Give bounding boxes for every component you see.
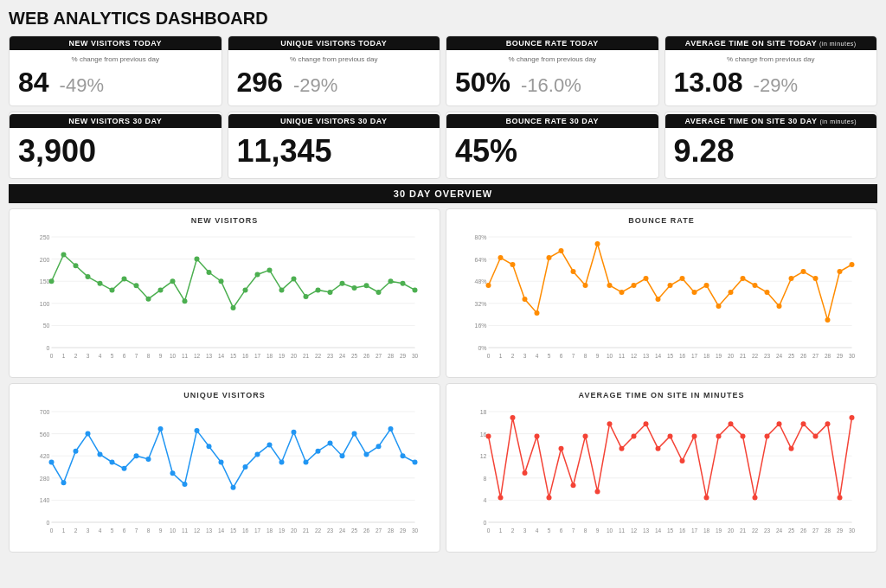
svg-point-240 <box>510 415 516 420</box>
svg-point-192 <box>401 453 406 458</box>
svg-point-118 <box>850 262 855 267</box>
svg-point-183 <box>292 430 297 435</box>
svg-text:0: 0 <box>487 353 491 359</box>
svg-point-167 <box>98 451 103 457</box>
svg-text:32%: 32% <box>474 301 486 307</box>
svg-text:2: 2 <box>511 353 515 359</box>
svg-point-173 <box>170 470 176 476</box>
bounce-rate-chart: BOUNCE RATE 0%16%32%48%64%80%01234567891… <box>446 208 877 378</box>
svg-text:14: 14 <box>218 353 225 359</box>
svg-text:30: 30 <box>849 353 856 359</box>
svg-text:140: 140 <box>40 497 50 503</box>
svg-text:22: 22 <box>752 353 759 359</box>
svg-text:18: 18 <box>266 527 273 534</box>
svg-text:80%: 80% <box>474 234 486 240</box>
svg-text:280: 280 <box>40 476 50 482</box>
svg-text:27: 27 <box>376 353 382 359</box>
svg-point-20 <box>134 283 139 288</box>
svg-text:10: 10 <box>607 353 613 359</box>
svg-text:50: 50 <box>43 323 50 329</box>
svg-text:21: 21 <box>740 353 747 359</box>
svg-text:12: 12 <box>480 453 487 459</box>
svg-text:5: 5 <box>548 527 551 534</box>
svg-point-40 <box>376 290 382 295</box>
svg-point-175 <box>195 428 200 433</box>
bounce-rate-today-change: -16.0% <box>521 74 581 97</box>
svg-text:12: 12 <box>194 353 201 359</box>
thirtyDay-cards-row: NEW VISITORS 30 DAY 3,900 UNIQUE VISITOR… <box>9 112 877 179</box>
svg-text:28: 28 <box>825 353 831 359</box>
svg-point-185 <box>316 449 321 454</box>
svg-text:25: 25 <box>788 527 795 534</box>
new-visitors-today-value: 84 <box>18 67 49 99</box>
svg-text:15: 15 <box>230 527 237 534</box>
svg-text:0: 0 <box>487 527 491 534</box>
svg-point-190 <box>376 444 382 449</box>
svg-point-18 <box>110 287 115 292</box>
page-title: WEB ANALYTICS DASHBOARD <box>9 9 877 29</box>
svg-point-168 <box>110 460 115 465</box>
svg-point-255 <box>692 433 697 438</box>
unique-visitors-today-card: UNIQUE VISITORS TODAY % change from prev… <box>228 35 441 106</box>
svg-text:27: 27 <box>812 527 819 534</box>
svg-text:4: 4 <box>99 353 102 359</box>
unique-visitors-today-subtitle: % change from previous day <box>237 55 432 63</box>
svg-text:16: 16 <box>242 527 249 534</box>
svg-text:29: 29 <box>837 527 844 534</box>
svg-text:20: 20 <box>728 353 735 359</box>
svg-point-30 <box>255 272 260 278</box>
svg-text:15: 15 <box>667 353 674 359</box>
svg-text:22: 22 <box>315 527 322 534</box>
svg-point-238 <box>486 433 491 438</box>
svg-text:3: 3 <box>523 527 527 534</box>
svg-point-103 <box>668 283 673 288</box>
svg-text:6: 6 <box>560 353 563 359</box>
svg-text:17: 17 <box>691 353 698 359</box>
avg-time-30-card: AVERAGE TIME ON SITE 30 DAY (in minutes)… <box>664 112 878 179</box>
svg-text:7: 7 <box>572 527 575 534</box>
svg-text:3: 3 <box>87 527 90 534</box>
svg-text:21: 21 <box>303 353 310 359</box>
svg-point-181 <box>267 442 273 447</box>
svg-point-42 <box>401 281 406 286</box>
svg-point-25 <box>195 257 200 262</box>
svg-text:9: 9 <box>596 527 600 534</box>
svg-point-33 <box>292 277 297 282</box>
svg-point-88 <box>486 283 491 288</box>
svg-text:13: 13 <box>643 353 650 359</box>
svg-text:420: 420 <box>40 453 50 459</box>
svg-point-241 <box>523 470 528 476</box>
avg-time-today-change: -29% <box>754 74 798 97</box>
svg-text:15: 15 <box>230 353 237 359</box>
svg-text:26: 26 <box>363 527 370 534</box>
svg-point-242 <box>535 433 540 438</box>
svg-text:11: 11 <box>619 527 626 534</box>
new-visitors-today-subtitle: % change from previous day <box>18 55 213 63</box>
svg-text:48%: 48% <box>474 278 486 284</box>
svg-point-256 <box>704 495 709 501</box>
svg-text:18: 18 <box>266 353 273 359</box>
svg-text:1: 1 <box>499 353 503 359</box>
svg-text:20: 20 <box>291 527 298 534</box>
bounce-rate-today-title: BOUNCE RATE TODAY <box>446 36 658 50</box>
svg-point-110 <box>753 283 758 288</box>
svg-text:2: 2 <box>511 527 515 534</box>
svg-point-107 <box>716 304 722 309</box>
bounce-rate-chart-container: 0%16%32%48%64%80%01234567891011121314151… <box>453 228 870 370</box>
svg-point-16 <box>86 274 91 279</box>
svg-point-22 <box>158 287 164 292</box>
svg-text:1: 1 <box>499 527 503 534</box>
svg-point-117 <box>838 269 843 274</box>
svg-text:250: 250 <box>40 234 50 240</box>
bounce-rate-chart-title: BOUNCE RATE <box>453 216 870 225</box>
overview-header: 30 DAY OVERVIEW <box>9 184 877 203</box>
svg-point-248 <box>607 421 613 426</box>
unique-visitors-30-card: UNIQUE VISITORS 30 DAY 11,345 <box>228 112 441 179</box>
svg-point-188 <box>352 431 357 437</box>
unique-visitors-30-value: 11,345 <box>237 133 432 169</box>
new-visitors-30-title: NEW VISITORS 30 DAY <box>10 114 222 128</box>
svg-text:7: 7 <box>135 527 138 534</box>
svg-text:5: 5 <box>548 353 551 359</box>
charts-grid: NEW VISITORS 050100150200250012345678910… <box>9 208 877 553</box>
svg-point-97 <box>595 241 600 246</box>
